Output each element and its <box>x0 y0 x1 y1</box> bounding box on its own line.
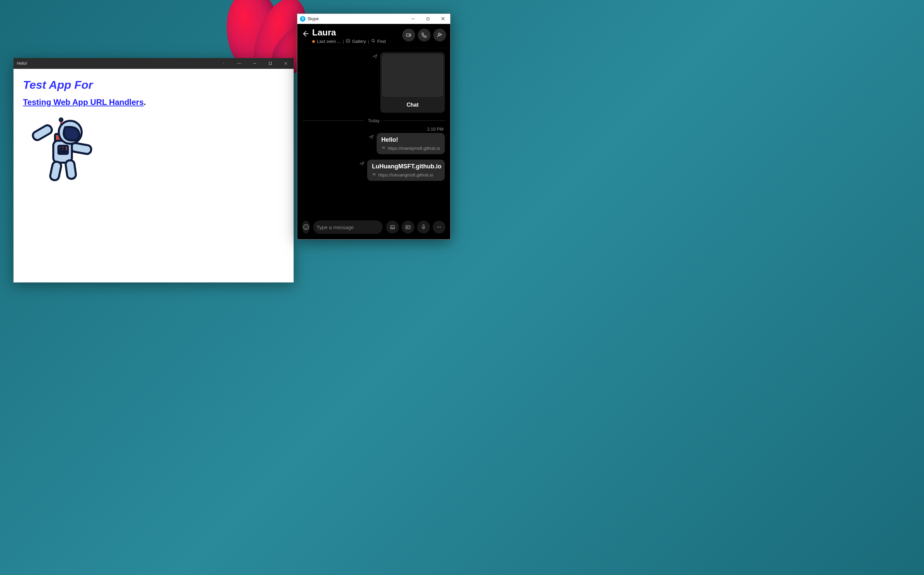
svg-point-11 <box>60 148 62 149</box>
gallery-icon <box>346 39 350 44</box>
svg-point-40 <box>439 227 440 228</box>
maximize-icon[interactable] <box>421 14 435 24</box>
message-bubble[interactable]: LuHuangMSFT.github.io https://luhuangmsf… <box>367 160 445 181</box>
link-icon <box>372 172 376 178</box>
skype-logo-icon: S <box>300 16 305 22</box>
minimize-icon[interactable] <box>247 58 262 69</box>
audio-call-button[interactable] <box>418 29 430 41</box>
svg-rect-14 <box>49 161 62 181</box>
svg-rect-25 <box>406 34 410 37</box>
pwa-menu-dot[interactable]: • <box>216 58 232 69</box>
svg-point-6 <box>60 118 62 121</box>
conversation-body: Chat Today 2:10 PM Hello! https://mandym… <box>297 48 450 217</box>
sent-icon <box>372 52 378 113</box>
voice-message-button[interactable] <box>417 221 430 233</box>
pwa-window: Hello! • ⋯ Test App For Testing Web App … <box>14 58 294 283</box>
message-timestamp: 2:10 PM <box>303 127 443 132</box>
message-composer <box>297 217 450 239</box>
more-icon[interactable]: ⋯ <box>232 58 247 69</box>
contact-card-button[interactable] <box>402 221 414 233</box>
last-seen-text: Last seen ... <box>317 39 341 44</box>
svg-point-12 <box>64 148 65 149</box>
svg-line-24 <box>374 41 375 43</box>
contact-name[interactable]: Laura <box>312 27 402 38</box>
svg-rect-1 <box>269 62 271 65</box>
skype-titlebar[interactable]: S Skype <box>297 14 450 24</box>
message-input[interactable] <box>316 224 381 230</box>
share-preview-thumbnail <box>383 54 443 97</box>
svg-point-31 <box>306 226 307 227</box>
message-link[interactable]: https://mandymsft.github.io <box>381 145 440 151</box>
presence-away-icon <box>312 40 315 43</box>
svg-point-29 <box>303 225 308 230</box>
url-handlers-link[interactable]: Testing Web App URL Handlers <box>23 97 144 106</box>
more-options-button[interactable] <box>433 221 446 233</box>
emoji-button[interactable] <box>302 221 310 233</box>
astronaut-image <box>21 114 284 189</box>
skype-app-name: Skype <box>308 16 319 21</box>
svg-point-39 <box>437 227 438 228</box>
message-input-container <box>313 220 383 234</box>
share-card: Chat <box>372 52 445 113</box>
pwa-content: Test App For Testing Web App URL Handler… <box>14 69 294 283</box>
message-row: LuHuangMSFT.github.io https://luhuangmsf… <box>303 160 445 181</box>
conversation-header: Laura Last seen ... | Gallery | Find <box>297 24 450 48</box>
message-title: LuHuangMSFT.github.io <box>372 163 440 170</box>
message-title: Hello! <box>381 136 440 143</box>
message-bubble[interactable]: Hello! https://mandymsft.github.io <box>376 133 445 154</box>
svg-point-23 <box>372 40 374 42</box>
close-icon[interactable] <box>278 58 294 69</box>
skype-window: S Skype Laura Last seen ... | <box>297 13 451 240</box>
svg-point-41 <box>440 227 441 228</box>
gallery-link[interactable]: Gallery <box>352 39 366 44</box>
pwa-window-title: Hello! <box>17 61 27 66</box>
search-icon <box>371 39 375 44</box>
send-file-button[interactable] <box>386 221 399 233</box>
back-button[interactable] <box>302 27 312 37</box>
sent-icon <box>359 160 365 181</box>
link-icon <box>381 145 386 151</box>
svg-point-30 <box>305 226 305 227</box>
svg-point-26 <box>438 33 440 35</box>
svg-rect-13 <box>60 151 66 152</box>
app-subheading: Testing Web App URL Handlers. <box>23 97 284 107</box>
message-link[interactable]: https://luhuangmsft.github.io <box>372 172 440 178</box>
message-row: Hello! https://mandymsft.github.io <box>303 133 445 154</box>
minimize-icon[interactable] <box>406 14 421 24</box>
video-call-button[interactable] <box>402 29 415 41</box>
pwa-titlebar[interactable]: Hello! • ⋯ <box>14 58 294 69</box>
svg-rect-15 <box>65 160 76 179</box>
svg-point-35 <box>406 226 408 227</box>
maximize-icon[interactable] <box>262 58 278 69</box>
close-icon[interactable] <box>435 14 450 24</box>
svg-rect-18 <box>427 17 429 20</box>
add-people-button[interactable] <box>433 29 446 41</box>
sent-icon <box>368 133 374 154</box>
find-link[interactable]: Find <box>377 39 386 44</box>
svg-rect-7 <box>32 124 53 142</box>
chat-button[interactable]: Chat <box>380 98 445 113</box>
date-divider: Today <box>303 118 445 123</box>
app-heading: Test App For <box>23 78 284 91</box>
subheading-suffix: . <box>144 97 146 106</box>
svg-rect-38 <box>423 225 424 227</box>
svg-point-22 <box>347 40 348 41</box>
